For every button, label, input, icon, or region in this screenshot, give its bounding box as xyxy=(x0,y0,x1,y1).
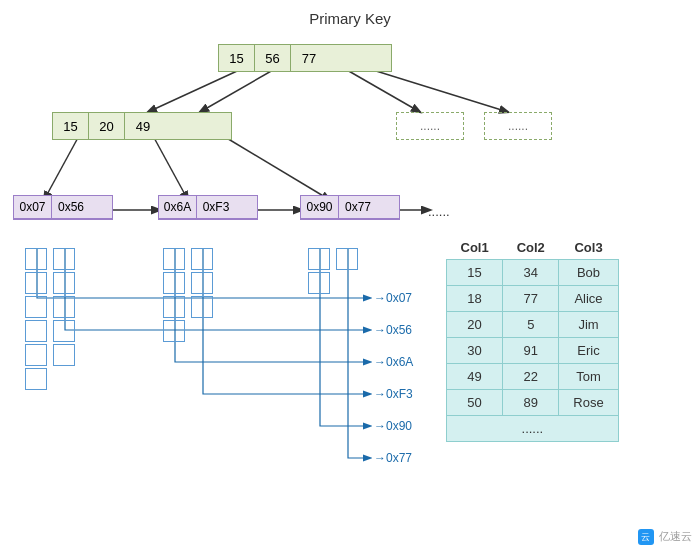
ptr-label-0: →0x07 xyxy=(374,291,412,305)
col-header-2: Col2 xyxy=(503,236,559,260)
leaf-1-addr-1: 0xF3 xyxy=(197,196,235,218)
l2-cell-0-1: 20 xyxy=(89,113,125,139)
ptr-box xyxy=(336,248,358,270)
table-cell-3-0: 30 xyxy=(447,338,503,364)
ptr-box xyxy=(191,248,213,270)
page-title: Primary Key xyxy=(0,10,700,27)
svg-line-3 xyxy=(360,66,508,112)
diagram-container: Primary Key 15 56 77 15 20 49 ...... ...… xyxy=(0,0,700,551)
table-row: 3091Eric xyxy=(447,338,619,364)
table-cell-0-2: Bob xyxy=(559,260,618,286)
ptr-label-2: →0x6A xyxy=(374,355,413,369)
ptr-box xyxy=(53,248,75,270)
ptr-label-4: →0x90 xyxy=(374,419,412,433)
table-cell-5-1: 89 xyxy=(503,390,559,416)
leaf-0-addr-1: 0x56 xyxy=(52,196,90,218)
table-cell-1-2: Alice xyxy=(559,286,618,312)
table-row: 5089Rose xyxy=(447,390,619,416)
ptr-col-3 xyxy=(191,248,213,318)
root-node: 15 56 77 xyxy=(218,44,392,72)
ptr-col-1 xyxy=(53,248,75,366)
table-cell-0-1: 34 xyxy=(503,260,559,286)
l2-cell-0-2: 49 xyxy=(125,113,161,139)
table-cell-2-2: Jim xyxy=(559,312,618,338)
watermark-logo: 云 xyxy=(638,529,654,545)
table-cell-3-1: 91 xyxy=(503,338,559,364)
table-row: 1877Alice xyxy=(447,286,619,312)
ptr-box xyxy=(53,272,75,294)
ptr-label-5: →0x77 xyxy=(374,451,412,465)
table-dots-row: ...... xyxy=(447,416,619,442)
ptr-box xyxy=(53,320,75,342)
ptr-label-1: →0x56 xyxy=(374,323,412,337)
table-cell-2-1: 5 xyxy=(503,312,559,338)
table-cell-3-2: Eric xyxy=(559,338,618,364)
root-cell-1: 15 xyxy=(219,45,255,71)
l2-cell-0-0: 15 xyxy=(53,113,89,139)
leaf-1-addr-0: 0x6A xyxy=(159,196,197,218)
leaf-2-addr-1: 0x77 xyxy=(339,196,377,218)
watermark: 云 亿速云 xyxy=(638,529,692,545)
level2-node-0: 15 20 49 xyxy=(52,112,232,140)
level2-dashed-1: ...... xyxy=(396,112,464,140)
table-cell-4-2: Tom xyxy=(559,364,618,390)
svg-line-4 xyxy=(44,134,80,200)
ptr-col-0 xyxy=(25,248,47,390)
table-row: 1534Bob xyxy=(447,260,619,286)
ptr-box xyxy=(191,296,213,318)
svg-line-5 xyxy=(152,134,188,200)
ptr-box xyxy=(25,368,47,390)
svg-line-1 xyxy=(200,66,280,112)
leaf-2-addr-0: 0x90 xyxy=(301,196,339,218)
col-header-1: Col1 xyxy=(447,236,503,260)
table-cell-1-0: 18 xyxy=(447,286,503,312)
ptr-box xyxy=(25,344,47,366)
svg-line-6 xyxy=(220,134,330,200)
table-cell-5-2: Rose xyxy=(559,390,618,416)
root-cell-3: 77 xyxy=(291,45,327,71)
ptr-box xyxy=(53,296,75,318)
table-cell-5-0: 50 xyxy=(447,390,503,416)
col-header-3: Col3 xyxy=(559,236,618,260)
ptr-label-3: →0xF3 xyxy=(374,387,413,401)
root-cell-2: 56 xyxy=(255,45,291,71)
table-row: 4922Tom xyxy=(447,364,619,390)
level2-dashed-2: ...... xyxy=(484,112,552,140)
ptr-box xyxy=(53,344,75,366)
ptr-col-4 xyxy=(308,248,330,294)
ptr-col-5 xyxy=(336,248,358,270)
table-cell-2-0: 20 xyxy=(447,312,503,338)
table-row: 205Jim xyxy=(447,312,619,338)
dashed-dots-2: ...... xyxy=(508,119,528,133)
ptr-box xyxy=(25,272,47,294)
table-cell-4-0: 49 xyxy=(447,364,503,390)
svg-line-2 xyxy=(340,66,420,112)
watermark-text: 亿速云 xyxy=(659,530,692,542)
table-cell-4-1: 22 xyxy=(503,364,559,390)
ptr-box xyxy=(163,272,185,294)
ptr-box xyxy=(25,248,47,270)
dashed-dots-1: ...... xyxy=(420,119,440,133)
table-cell-0-0: 15 xyxy=(447,260,503,286)
leaf-0-addr-0: 0x07 xyxy=(14,196,52,218)
ptr-box xyxy=(191,272,213,294)
ptr-box xyxy=(308,272,330,294)
svg-line-0 xyxy=(148,66,248,112)
table-cell-1-1: 77 xyxy=(503,286,559,312)
ptr-box xyxy=(163,248,185,270)
data-table: Col1 Col2 Col3 1534Bob1877Alice205Jim309… xyxy=(446,236,619,442)
table-row: ...... xyxy=(447,416,619,442)
leaf-dots: ...... xyxy=(428,204,450,219)
ptr-box xyxy=(25,296,47,318)
ptr-box xyxy=(163,296,185,318)
ptr-col-2 xyxy=(163,248,185,342)
ptr-box xyxy=(308,248,330,270)
ptr-box xyxy=(163,320,185,342)
ptr-box xyxy=(25,320,47,342)
